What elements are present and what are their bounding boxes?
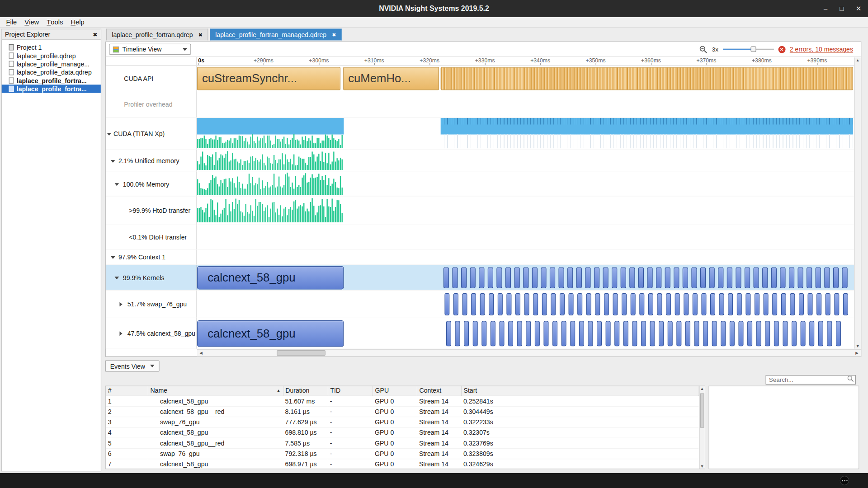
- zoom-out-icon[interactable]: [699, 45, 707, 53]
- tree-item[interactable]: laplace_profile_fortra...: [2, 76, 101, 84]
- view-selector-dropdown[interactable]: Timeline View: [109, 44, 191, 55]
- menu-tools[interactable]: Tools: [43, 17, 67, 27]
- timeline-row-track[interactable]: [197, 150, 854, 172]
- scroll-up-icon[interactable]: ▲: [699, 387, 705, 391]
- expand-icon[interactable]: [119, 302, 122, 306]
- table-row[interactable]: 2calcnext_58_gpu__red8.161 µs-GPU 0Strea…: [106, 406, 698, 417]
- gpu-activity-block[interactable]: [441, 118, 853, 135]
- timeline-row-track[interactable]: [197, 291, 854, 318]
- close-button[interactable]: ✕: [856, 5, 861, 12]
- scroll-up-icon[interactable]: ▲: [856, 58, 859, 62]
- timeline-row-label[interactable]: 97.9% Context 1: [106, 249, 197, 264]
- memory-histogram[interactable]: [197, 173, 344, 195]
- timeline-row-label[interactable]: CUDA (TITAN Xp): [106, 118, 197, 150]
- tab-close-icon[interactable]: ✖: [198, 32, 203, 38]
- tree-item[interactable]: laplace_profile_fortra...: [2, 84, 101, 93]
- scroll-down-icon[interactable]: ▼: [699, 464, 705, 468]
- table-row[interactable]: 4calcnext_58_gpu698.810 µs-GPU 0Stream 1…: [106, 427, 698, 437]
- column-header-duration[interactable]: Duration: [283, 386, 328, 396]
- tree-item[interactable]: laplace_profile_data.qdrep: [2, 68, 101, 76]
- timeline-ruler[interactable]: 0s+290ms+300ms+310ms+320ms+330ms+340ms+3…: [197, 57, 854, 65]
- zoom-slider[interactable]: [723, 46, 774, 53]
- kernel-instance-bars[interactable]: [444, 293, 853, 315]
- scrollbar-thumb[interactable]: [277, 350, 326, 356]
- slider-handle[interactable]: [750, 47, 756, 52]
- kernel-instance-bars[interactable]: [443, 267, 853, 288]
- api-call-bar[interactable]: cuMemHo...: [343, 67, 439, 90]
- table-row[interactable]: 3swap_76_gpu777.629 µs-GPU 0Stream 140.3…: [106, 417, 698, 427]
- table-row[interactable]: 6swap_76_gpu792.318 µs-GPU 0Stream 140.3…: [106, 448, 698, 459]
- timeline-row-track[interactable]: cuStreamSynchr...cuMemHo...: [197, 66, 854, 91]
- tree-item[interactable]: laplace_profile.qdrep: [2, 52, 101, 60]
- timeline-row-label[interactable]: Profiler overhead: [106, 91, 197, 117]
- timeline-row-label[interactable]: CUDA API: [106, 66, 197, 91]
- timeline-row-track[interactable]: [197, 249, 854, 264]
- menu-help[interactable]: Help: [67, 17, 88, 27]
- minimize-button[interactable]: –: [824, 5, 827, 12]
- memory-histogram[interactable]: [197, 134, 344, 148]
- menu-view[interactable]: View: [21, 17, 43, 27]
- column-header-num[interactable]: #: [106, 386, 148, 396]
- document-tab[interactable]: laplace_profile_fortran.qdrep✖: [106, 29, 208, 41]
- timeline-row-title: CUDA (TITAN Xp): [106, 130, 165, 137]
- column-header-tid[interactable]: TID: [328, 386, 373, 396]
- table-row[interactable]: 7calcnext_58_gpu698.971 µs-GPU 0Stream 1…: [106, 459, 698, 469]
- collapse-icon[interactable]: [114, 277, 119, 279]
- document-tab[interactable]: laplace_profile_fortran_managed.qdrep✖: [210, 29, 342, 41]
- timeline-row-track[interactable]: [197, 225, 854, 249]
- collapse-icon[interactable]: [111, 256, 115, 258]
- kernel-instance-bars[interactable]: [446, 321, 853, 346]
- timeline-row-label[interactable]: 47.5% calcnext_58_gpu: [106, 318, 197, 348]
- timeline-row-track[interactable]: [197, 91, 854, 117]
- scrollbar-track[interactable]: [205, 350, 853, 357]
- gpu-activity-block[interactable]: [197, 118, 344, 135]
- messages-link[interactable]: 2 errors, 10 messages: [790, 46, 853, 53]
- table-vertical-scrollbar[interactable]: ▲ ▼: [699, 386, 705, 469]
- timeline-row-label[interactable]: <0.1% DtoH transfer: [106, 225, 197, 249]
- timeline-row-label[interactable]: 100.0% Memory: [106, 172, 197, 196]
- panel-close-icon[interactable]: ✖: [93, 31, 97, 37]
- timeline-row-track[interactable]: calcnext_58_gpu: [197, 265, 854, 290]
- timeline-rows: CUDA APIcuStreamSynchr...cuMemHo...Profi…: [106, 66, 861, 349]
- events-view-dropdown[interactable]: Events View: [105, 360, 160, 372]
- scroll-down-icon[interactable]: ▼: [856, 344, 859, 348]
- timeline-row-track[interactable]: [197, 118, 854, 150]
- expand-icon[interactable]: [119, 331, 122, 336]
- cuda-api-calls-dense[interactable]: [441, 67, 853, 90]
- table-row[interactable]: 5calcnext_58_gpu__red7.585 µs-GPU 0Strea…: [106, 438, 698, 448]
- timeline-row-label[interactable]: >99.9% HtoD transfer: [106, 197, 197, 225]
- memory-histogram[interactable]: [197, 151, 344, 170]
- collapse-icon[interactable]: [107, 132, 111, 135]
- table-cell: 7: [106, 459, 148, 469]
- collapse-icon[interactable]: [111, 160, 115, 162]
- scroll-left-icon[interactable]: ◀: [197, 351, 205, 355]
- collapse-icon[interactable]: [114, 183, 119, 186]
- notification-bubble-icon[interactable]: [840, 476, 849, 485]
- timeline-row-track[interactable]: calcnext_58_gpu: [197, 318, 854, 348]
- menu-file[interactable]: File: [2, 17, 21, 27]
- table-row[interactable]: 1calcnext_58_gpu51.607 ms-GPU 0Stream 14…: [106, 396, 698, 406]
- api-call-bar[interactable]: cuStreamSynchr...: [197, 67, 340, 90]
- scrollbar-thumb[interactable]: [700, 394, 704, 428]
- tree-item[interactable]: Project 1: [2, 43, 101, 52]
- column-header-context[interactable]: Context: [417, 386, 461, 396]
- column-header-start[interactable]: Start: [461, 386, 698, 396]
- column-header-gpu[interactable]: GPU: [373, 386, 417, 396]
- timeline-vertical-scrollbar[interactable]: ▲ ▼: [854, 57, 861, 348]
- memory-activity-faint[interactable]: [441, 134, 853, 148]
- kernel-bar[interactable]: calcnext_58_gpu: [197, 266, 344, 289]
- timeline-row-track[interactable]: [197, 197, 854, 225]
- timeline-horizontal-scrollbar[interactable]: ◀ ▶: [197, 349, 861, 357]
- search-input[interactable]: [765, 375, 856, 385]
- kernel-bar[interactable]: calcnext_58_gpu: [197, 320, 344, 347]
- tree-item[interactable]: laplace_profile_manage...: [2, 60, 101, 68]
- tab-close-icon[interactable]: ✖: [332, 32, 336, 38]
- column-header-name[interactable]: Name▲: [148, 386, 283, 396]
- maximize-button[interactable]: □: [840, 5, 844, 12]
- timeline-row-label[interactable]: 2.1% Unified memory: [106, 150, 197, 172]
- timeline-row-track[interactable]: [197, 172, 854, 196]
- memory-histogram[interactable]: [197, 198, 344, 222]
- timeline-row-label[interactable]: 51.7% swap_76_gpu: [106, 291, 197, 318]
- scroll-right-icon[interactable]: ▶: [853, 351, 861, 355]
- timeline-row-label[interactable]: 99.9% Kernels: [106, 265, 197, 290]
